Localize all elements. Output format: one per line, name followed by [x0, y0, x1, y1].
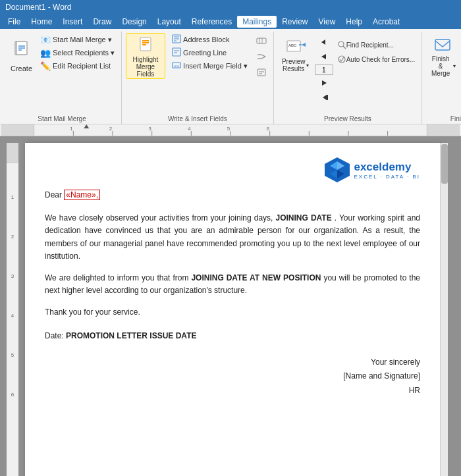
first-record-button[interactable] [317, 36, 331, 49]
svg-text:6: 6 [11, 392, 14, 398]
edit-recipient-list-button[interactable]: ✏️ Edit Recipient List [38, 59, 117, 72]
insert-merge-field-button[interactable]: «» Insert Merge Field ▾ [169, 59, 250, 72]
date-line: Date: PROMOTION LETTER ISSUE DATE [45, 330, 420, 342]
menu-home[interactable]: Home [26, 16, 57, 28]
select-recipients-button[interactable]: 👥 Select Recipients ▾ [38, 46, 117, 59]
match-fields-icon [256, 51, 267, 62]
menu-layout[interactable]: Layout [152, 16, 186, 28]
mail-merge-icon: 📧 [40, 35, 51, 45]
svg-rect-70 [7, 143, 18, 163]
menu-draw[interactable]: Draw [88, 16, 117, 28]
ribbon-group-finish: Finish &Merge ▾ PDF Merge toAdobe PDF [422, 32, 461, 124]
logo: exceldemy EXCEL · DATA · BI [323, 156, 420, 184]
preview-group-label: Preview Results [274, 115, 421, 122]
menu-references[interactable]: References [186, 16, 237, 28]
highlight-merge-fields-button[interactable]: HighlightMerge Fields [126, 33, 165, 79]
record-number[interactable]: 1 [315, 65, 333, 75]
recipients-icon: 👥 [40, 48, 51, 58]
paragraph-2: We are delighted to inform you that from… [45, 272, 420, 297]
svg-text:«»: «» [174, 64, 179, 68]
sign-line-1: Your sincerely [45, 356, 420, 370]
menu-acrobat[interactable]: Acrobat [367, 16, 405, 28]
preview-dropdown-arrow: ▾ [306, 63, 309, 68]
match-fields-button[interactable] [254, 50, 269, 63]
auto-check-button[interactable]: Auto Check for Errors... [335, 53, 418, 66]
greeting-line-icon [172, 47, 181, 58]
ribbon-group-write-insert: HighlightMerge Fields Address Block Gree… [122, 32, 274, 124]
menu-view[interactable]: View [313, 16, 341, 28]
next-record-button[interactable] [317, 76, 331, 90]
write-insert-content: HighlightMerge Fields Address Block Gree… [126, 33, 269, 122]
svg-line-39 [343, 46, 346, 49]
svg-text:ABC: ABC [288, 43, 297, 47]
preview-results-label: PreviewResults [282, 58, 306, 72]
dear-line: Dear «Name», [45, 189, 420, 201]
create-icon [13, 40, 31, 63]
svg-rect-25 [258, 69, 265, 76]
select-recipients-label: Select Recipients ▾ [53, 49, 115, 57]
preview-results-button[interactable]: ABC PreviewResults ▾ [278, 33, 313, 79]
thank-you-line: Thank you for your service. [45, 306, 420, 319]
svg-text:1: 1 [11, 194, 14, 200]
greeting-line-button[interactable]: Greeting Line [169, 46, 250, 59]
menu-insert[interactable]: Insert [57, 16, 88, 28]
rules-button[interactable] [254, 34, 269, 47]
address-block-label: Address Block [183, 36, 229, 43]
ruler-svg: 1 2 3 4 5 6 [1, 124, 460, 136]
dear-text: Dear [45, 190, 64, 199]
svg-text:4: 4 [11, 313, 14, 319]
finish-group-label: Finish [422, 115, 461, 122]
title-text: Document1 - Word [5, 3, 71, 12]
vertical-ruler: 1 2 3 4 5 6 [7, 143, 18, 476]
preview-content: ABC PreviewResults ▾ [278, 33, 418, 122]
start-mail-merge-button[interactable]: 📧 Start Mail Merge ▾ [38, 33, 117, 46]
scrollbar-thumb[interactable] [441, 144, 448, 184]
logo-area: exceldemy EXCEL · DATA · BI [45, 156, 420, 184]
para1-text: We have closely observed your activities… [45, 213, 275, 223]
finish-dropdown-arrow: ▾ [453, 63, 456, 69]
find-recipient-button[interactable]: Find Recipient... [335, 38, 418, 51]
insert-field-icon: «» [172, 61, 181, 71]
title-bar: Document1 - Word [0, 0, 461, 14]
extra-icons-col [254, 33, 269, 72]
insert-merge-field-label: Insert Merge Field ▾ [183, 62, 248, 70]
address-block-icon [172, 34, 181, 45]
logo-text-area: exceldemy EXCEL · DATA · BI [354, 161, 420, 180]
finish-merge-button[interactable]: Finish &Merge ▾ [426, 33, 459, 79]
svg-text:5: 5 [11, 352, 14, 358]
update-labels-button[interactable] [254, 66, 269, 79]
nav-col: 1 [315, 33, 333, 113]
start-mail-merge-group-label: Start Mail Merge [3, 115, 121, 122]
prev-record-button[interactable] [317, 50, 331, 63]
finish-merge-label: Finish &Merge [429, 55, 452, 77]
mail-merge-col: 📧 Start Mail Merge ▾ 👥 Select Recipients… [38, 33, 117, 72]
svg-text:6: 6 [266, 125, 269, 131]
check-icon [337, 55, 346, 64]
svg-text:4: 4 [188, 125, 191, 131]
menu-help[interactable]: Help [340, 16, 367, 28]
preview-results-icon: ABC [286, 40, 306, 58]
address-block-button[interactable]: Address Block [169, 33, 250, 46]
first-record-icon [319, 38, 329, 47]
paragraph-1: We have closely observed your activities… [45, 212, 420, 263]
left-margin: 1 2 3 4 5 6 [7, 143, 25, 476]
last-record-button[interactable] [317, 91, 331, 104]
document-area: 1 2 3 4 5 6 [0, 136, 461, 476]
menu-mailings[interactable]: Mailings [237, 16, 277, 28]
menu-review[interactable]: Review [277, 16, 313, 28]
svg-text:5: 5 [227, 125, 230, 131]
svg-rect-69 [7, 143, 18, 476]
rules-icon [256, 36, 267, 46]
find-col: Find Recipient... Auto Check for Errors.… [335, 33, 418, 75]
logo-name: exceldemy [354, 161, 420, 174]
ribbon-group-start-mail-merge: Create 📧 Start Mail Merge ▾ 👥 Select Rec… [3, 32, 122, 124]
create-button[interactable]: Create [7, 33, 36, 79]
edit-recipient-list-label: Edit Recipient List [53, 62, 111, 70]
svg-text:2: 2 [109, 125, 113, 131]
svg-text:3: 3 [11, 273, 14, 279]
svg-point-38 [339, 41, 344, 47]
vertical-scrollbar[interactable] [440, 143, 448, 476]
menu-design[interactable]: Design [117, 16, 151, 28]
menu-file[interactable]: File [3, 16, 26, 28]
create-label: Create [11, 65, 32, 72]
